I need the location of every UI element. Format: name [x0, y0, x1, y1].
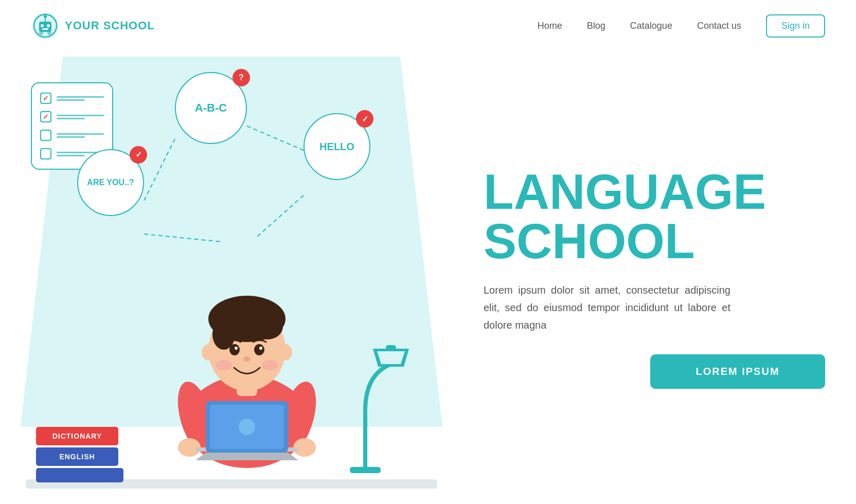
svg-point-3: [41, 24, 44, 27]
nav-home[interactable]: Home: [538, 21, 562, 31]
nav-contact[interactable]: Contact us: [697, 21, 741, 31]
checkbox-1: ✓: [40, 93, 51, 104]
checkbox-3: [40, 130, 51, 141]
svg-point-24: [235, 347, 238, 350]
header: YOUR SCHOOL Home Blog Catalogue Contact …: [0, 0, 856, 51]
svg-point-4: [47, 24, 50, 27]
description-text: Lorem ipsum dolor sit amet, consectetur …: [484, 281, 730, 334]
bubble-hello: HELLO ✓: [304, 113, 370, 180]
badge-check-hello: ✓: [356, 110, 373, 128]
svg-rect-38: [363, 410, 367, 470]
svg-point-19: [252, 314, 283, 339]
logo-text: YOUR SCHOOL: [65, 19, 155, 32]
main-title: LANGUAGE SCHOOL: [484, 167, 825, 266]
svg-point-28: [262, 360, 278, 370]
bubble-areyou: ARE YOU..? ✓: [77, 149, 144, 216]
checkbox-4: [40, 148, 51, 159]
text-area: LANGUAGE SCHOOL Lorem ipsum dolor sit am…: [463, 51, 856, 504]
svg-point-22: [229, 344, 240, 355]
svg-point-9: [47, 31, 51, 35]
badge-check-areyou: ✓: [130, 146, 147, 164]
bubble-abc: A-B-C ?: [175, 72, 247, 144]
main-content: ✓ ✓: [0, 51, 856, 504]
logo-icon: [31, 11, 60, 40]
svg-rect-2: [39, 22, 51, 32]
lamp: [319, 323, 412, 479]
sign-in-button[interactable]: Sign in: [766, 14, 825, 38]
nav-blog[interactable]: Blog: [587, 21, 605, 31]
svg-point-21: [278, 344, 292, 361]
nav-catalogue[interactable]: Catalogue: [630, 21, 672, 31]
svg-marker-40: [377, 351, 405, 364]
svg-rect-5: [42, 28, 48, 30]
svg-point-36: [239, 419, 255, 435]
svg-point-8: [39, 31, 43, 35]
svg-point-25: [259, 347, 262, 350]
badge-question: ?: [233, 69, 250, 86]
svg-point-23: [254, 344, 264, 355]
svg-point-27: [216, 360, 232, 370]
svg-point-7: [44, 15, 47, 18]
nav: Home Blog Catalogue Contact us Sign in: [538, 14, 825, 38]
books-stack: DICTIONARY ENGLISH: [36, 427, 123, 484]
svg-rect-41: [386, 345, 396, 350]
book-extra: [36, 468, 123, 482]
logo[interactable]: YOUR SCHOOL: [31, 11, 155, 40]
book-dictionary: DICTIONARY: [36, 427, 118, 445]
cta-button[interactable]: LOREM IPSUM: [650, 354, 825, 389]
checkbox-2: ✓: [40, 111, 51, 122]
svg-point-26: [243, 356, 251, 362]
book-english: ENGLISH: [36, 447, 118, 466]
svg-point-20: [202, 344, 216, 361]
illustration-area: ✓ ✓: [0, 51, 463, 504]
